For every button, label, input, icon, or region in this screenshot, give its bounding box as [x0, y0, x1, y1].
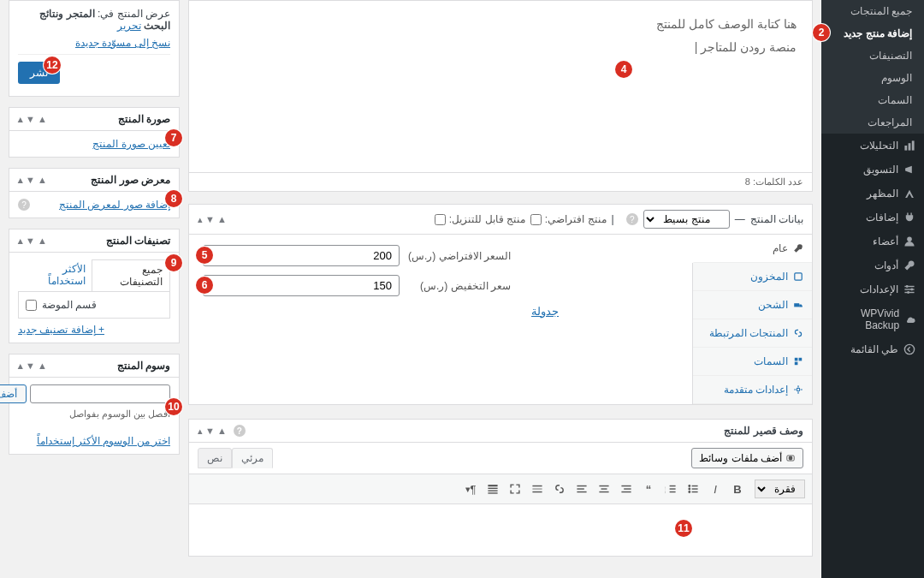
add-tag-button[interactable]: أضف [0, 384, 27, 403]
annotation-5: 5 [196, 247, 213, 264]
tab-text[interactable]: نص [198, 448, 232, 468]
menu-plugins[interactable]: إضافات [821, 206, 924, 229]
product-tags-box: وسوم المنتج▲ ▼ ▴ أضف 10 افصل بين الوسوم … [9, 354, 180, 455]
add-gallery-images-link[interactable]: إضافة صور لمعرض المنتج [59, 199, 170, 211]
menu-settings[interactable]: الإعدادات [821, 277, 924, 301]
virtual-checkbox[interactable] [530, 214, 542, 225]
sidebar-sub-reviews[interactable]: المراجعات [821, 111, 924, 134]
insert-more-icon[interactable] [527, 479, 548, 499]
cat-tab-most[interactable]: الأكثر استخداماً [17, 259, 92, 291]
description-content[interactable]: هنا كتابة الوصف كامل للمنتج منصة رودن لل… [189, 1, 812, 172]
sidebar-sub-tags[interactable]: الوسوم [821, 67, 924, 89]
annotation-10: 10 [165, 398, 182, 415]
svg-rect-20 [692, 486, 698, 486]
downloadable-checkbox[interactable] [435, 214, 446, 225]
format-select[interactable]: فقرة [755, 480, 805, 498]
bold-icon[interactable]: B [727, 479, 748, 499]
svg-rect-36 [599, 492, 608, 492]
link-icon[interactable] [549, 479, 570, 499]
tab-general[interactable]: عام [692, 235, 812, 263]
svg-point-21 [688, 488, 690, 491]
sidebar-sub-add-product[interactable]: إضافة منتج جديد 2 [821, 22, 924, 45]
tag-input[interactable] [30, 384, 170, 403]
short-desc-toolbar: فقرة B I 123 “ ¶▾ [189, 474, 812, 504]
paragraph-icon[interactable]: ¶▾ [460, 479, 481, 499]
set-product-image-link[interactable]: تعيين صورة المنتج [92, 138, 170, 150]
menu-analytics[interactable]: التحليلات [821, 134, 924, 158]
help-icon[interactable]: ? [626, 213, 638, 225]
annotation-8: 8 [165, 190, 182, 207]
fullscreen-icon[interactable] [505, 479, 525, 499]
align-center-icon[interactable] [594, 479, 614, 499]
menu-collapse[interactable]: طي القائمة [821, 337, 924, 361]
svg-rect-46 [488, 492, 497, 493]
svg-point-10 [904, 344, 914, 354]
sale-price-input[interactable] [203, 275, 400, 296]
menu-wpvivid[interactable]: WPVivid Backup [821, 301, 924, 337]
svg-point-17 [789, 456, 793, 461]
svg-rect-14 [799, 358, 803, 361]
svg-point-9 [907, 291, 909, 294]
italic-icon[interactable]: I [705, 479, 726, 499]
menu-appearance[interactable]: المظهر [821, 182, 924, 206]
panel-controls[interactable]: ▲ ▼ ▴ [18, 235, 47, 247]
copy-draft-link[interactable]: نسخ إلى مسوّدة جديدة [75, 37, 170, 49]
numbered-list-icon[interactable]: 123 [660, 479, 681, 499]
annotation-4: 4 [615, 61, 632, 78]
annotation-6: 6 [196, 277, 213, 294]
svg-rect-32 [624, 488, 631, 489]
help-icon[interactable]: ? [18, 199, 30, 211]
toolbar-toggle-icon[interactable] [483, 479, 503, 499]
schedule-link[interactable]: جدولة [531, 305, 559, 318]
svg-rect-1 [909, 143, 911, 150]
tab-attributes[interactable]: السمات [693, 348, 812, 376]
choose-popular-tags-link[interactable]: اختر من الوسوم الأكثر إستخداماً [37, 435, 170, 447]
tab-shipping[interactable]: الشحن [693, 291, 812, 319]
menu-tools[interactable]: أدوات [821, 253, 924, 277]
panel-controls[interactable]: ▲ ▼ ▴ [18, 361, 47, 372]
svg-rect-40 [532, 486, 542, 486]
add-category-link[interactable]: + إضافة تصنيف جديد [18, 324, 104, 336]
menu-marketing[interactable]: التسويق [821, 158, 924, 182]
tab-visual[interactable]: مرئي [232, 448, 273, 468]
panel-controls[interactable]: ▲ ▼ ▴ [18, 175, 47, 186]
svg-point-8 [910, 289, 913, 291]
tab-linked[interactable]: المنتجات المرتبطة [693, 319, 812, 348]
product-image-box: صورة المنتج▲ ▼ ▴ تعيين صورة المنتج 7 [9, 107, 180, 158]
cat-tab-all[interactable]: جميع التصنيفات [92, 259, 170, 291]
sidebar-sub-attributes[interactable]: السمات [821, 89, 924, 111]
description-editor: هنا كتابة الوصف كامل للمنتج منصة رودن لل… [188, 0, 813, 192]
sidebar-sub-all-products[interactable]: جميع المنتجات [821, 0, 924, 22]
admin-sidebar: جميع المنتجات إضافة منتج جديد 2 التصنيفا… [821, 0, 924, 578]
add-media-button[interactable]: أضف ملفات وسائط [691, 448, 803, 468]
regular-price-input[interactable] [203, 245, 400, 266]
bulleted-list-icon[interactable] [683, 479, 703, 499]
quote-icon[interactable]: “ [638, 479, 659, 499]
product-type-select[interactable]: منتج بسيط [643, 210, 730, 229]
category-option[interactable]: قسم الموضة [26, 299, 163, 311]
short-description-content[interactable]: 11 [189, 504, 812, 556]
tags-hint: افصل بين الوسوم بفواصل [18, 408, 170, 420]
edit-visibility-link[interactable]: تحرير [117, 20, 141, 32]
panel-controls[interactable]: ▲ ▼ ▴ [198, 214, 227, 225]
svg-rect-0 [904, 146, 907, 151]
svg-rect-28 [670, 488, 676, 489]
publish-box: عرض المنتج في: المتجر ونتائج البحث تحرير… [9, 0, 180, 97]
svg-rect-24 [692, 492, 698, 492]
svg-rect-2 [912, 140, 915, 150]
sidebar-sub-categories[interactable]: التصنيفات [821, 45, 924, 67]
menu-users[interactable]: أعضاء [821, 229, 924, 253]
svg-point-3 [907, 236, 912, 241]
tab-advanced[interactable]: إعدادات متقدمة [693, 376, 812, 404]
short-description-box: وصف قصير للمنتج ? ▲ ▼ ▴ أضف ملفات وسائط … [188, 419, 813, 557]
sale-price-label: سعر التخفيض (ر.س) [408, 280, 511, 292]
align-left-icon[interactable] [572, 479, 592, 499]
tab-inventory[interactable]: المخزون [693, 263, 812, 291]
svg-rect-42 [532, 492, 542, 492]
annotation-2: 2 [813, 24, 830, 41]
svg-rect-34 [599, 486, 608, 486]
align-right-icon[interactable] [616, 479, 637, 499]
panel-controls[interactable]: ▲ ▼ ▴ [198, 426, 227, 437]
help-icon[interactable]: ? [234, 425, 246, 437]
panel-controls[interactable]: ▲ ▼ ▴ [18, 114, 47, 125]
